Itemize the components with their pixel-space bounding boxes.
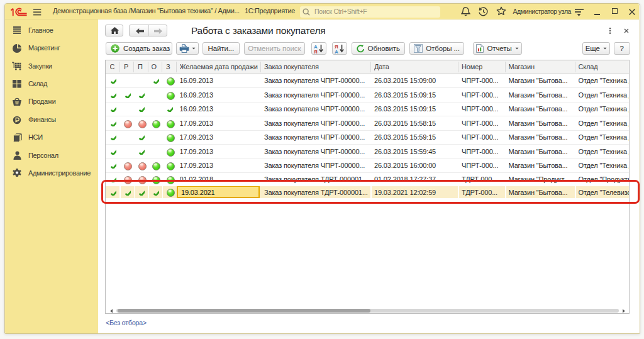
svg-text:Я: Я: [314, 49, 318, 53]
svg-text:А: А: [335, 49, 338, 53]
